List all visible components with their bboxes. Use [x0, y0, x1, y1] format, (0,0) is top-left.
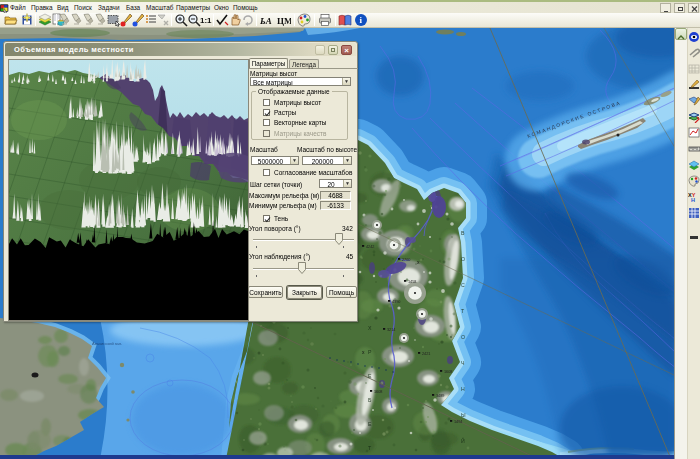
- svg-text:2760: 2760: [402, 258, 410, 262]
- svg-text:О: О: [461, 256, 465, 262]
- svg-text:Б: Б: [368, 397, 372, 403]
- svg-text:Й: Й: [461, 437, 465, 444]
- svg-text:3214: 3214: [387, 328, 395, 332]
- svg-text:Ы: Ы: [461, 412, 466, 418]
- svg-text:4390: 4390: [392, 300, 400, 304]
- svg-text:Е: Е: [368, 421, 372, 427]
- svg-text:H: H: [691, 197, 695, 203]
- svg-text:1608: 1608: [444, 370, 452, 374]
- svg-text:1608: 1608: [374, 390, 382, 394]
- svg-text:Е: Е: [368, 373, 372, 379]
- svg-text:ЦМ: ЦМ: [277, 16, 291, 26]
- svg-text:2421: 2421: [422, 352, 430, 356]
- svg-text:3489: 3489: [436, 394, 444, 398]
- svg-text:Авачинский зал.: Авачинский зал.: [92, 341, 122, 346]
- svg-text:1458: 1458: [408, 280, 416, 284]
- svg-text:1:1: 1:1: [200, 16, 212, 25]
- svg-text:Р: Р: [368, 349, 372, 355]
- svg-text:4242: 4242: [366, 245, 374, 249]
- svg-text:Ч: Ч: [461, 360, 465, 366]
- svg-text:ЬA: ЬA: [260, 16, 272, 26]
- svg-text:Н: Н: [461, 386, 465, 392]
- svg-text:1494: 1494: [454, 420, 462, 424]
- svg-text:С: С: [461, 282, 465, 288]
- svg-text:О: О: [461, 334, 465, 340]
- svg-text:Х: Х: [368, 325, 372, 331]
- svg-text:В: В: [461, 230, 465, 236]
